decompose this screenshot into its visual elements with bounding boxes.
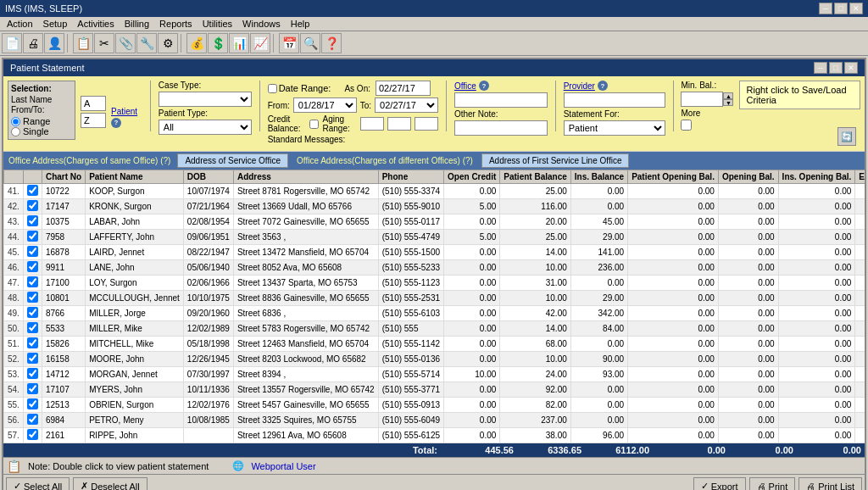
min-bal-input[interactable]: 10.00: [681, 92, 723, 107]
dialog-minimize-button[interactable]: ─: [814, 62, 827, 74]
row-checkbox-cell[interactable]: [23, 413, 42, 428]
toolbar-btn-15[interactable]: ❓: [321, 33, 342, 53]
menu-windows[interactable]: Windows: [237, 17, 286, 31]
col-chart[interactable]: Chart No: [42, 170, 85, 184]
range-radio[interactable]: Range: [11, 116, 50, 126]
dialog-close-button[interactable]: ✕: [844, 62, 858, 74]
provider-label[interactable]: Provider: [564, 81, 595, 91]
toolbar-btn-7[interactable]: 🔧: [136, 33, 157, 53]
row-checkbox[interactable]: [27, 307, 38, 318]
row-checkbox[interactable]: [27, 353, 38, 364]
case-type-select[interactable]: [159, 92, 252, 107]
toolbar-btn-8[interactable]: ⚙: [158, 33, 178, 53]
other-note-input[interactable]: [454, 120, 548, 136]
close-button[interactable]: ✕: [849, 3, 863, 14]
single-radio[interactable]: Single: [11, 126, 49, 136]
row-checkbox[interactable]: [27, 414, 38, 425]
row-checkbox[interactable]: [27, 231, 38, 242]
row-checkbox-cell[interactable]: [23, 398, 42, 413]
min-bal-up[interactable]: ▲: [723, 92, 733, 99]
table-row[interactable]: 41. 10722 KOOP, Surgon 10/07/1974 Street…: [4, 184, 865, 199]
row-checkbox[interactable]: [27, 322, 38, 333]
table-row[interactable]: 49. 8766 MILLER, Jorge 09/20/1960 Street…: [4, 306, 865, 321]
row-checkbox[interactable]: [27, 368, 38, 379]
refresh-button[interactable]: 🔄: [837, 127, 856, 146]
table-row[interactable]: 43. 10375 LABAR, John 02/08/1954 Street …: [4, 214, 865, 230]
toolbar-btn-14[interactable]: 🔍: [300, 33, 320, 53]
toolbar-btn-10[interactable]: 💲: [208, 33, 228, 53]
deselect-all-button[interactable]: ✗ Deselect All: [73, 477, 147, 491]
row-checkbox[interactable]: [27, 215, 38, 226]
row-checkbox-cell[interactable]: [23, 245, 42, 260]
minimize-button[interactable]: ─: [819, 3, 832, 14]
col-opening-bal[interactable]: Opening Bal.: [718, 170, 778, 184]
menu-help[interactable]: Help: [286, 17, 315, 31]
col-patient-opening-bal[interactable]: Patient Opening Bal.: [628, 170, 719, 184]
aging-90-input[interactable]: 90: [415, 117, 438, 131]
row-checkbox[interactable]: [27, 261, 38, 272]
col-dob[interactable]: DOB: [183, 170, 233, 184]
row-checkbox[interactable]: [27, 185, 38, 196]
print-list-button[interactable]: 🖨 Print List: [798, 477, 862, 491]
office-input[interactable]: All: [454, 92, 548, 108]
table-row[interactable]: 46. 9911 LANE, John 05/06/1940 Street 80…: [4, 260, 865, 276]
patient-label[interactable]: Patient: [111, 107, 137, 116]
toolbar-btn-2[interactable]: 🖨: [23, 33, 43, 53]
table-row[interactable]: 45. 16878 LAIRD, Jennet 08/22/1947 Stree…: [4, 245, 865, 260]
row-checkbox-cell[interactable]: [23, 382, 42, 398]
menu-activities[interactable]: Activities: [72, 17, 119, 31]
min-bal-spinner[interactable]: ▲ ▼: [723, 92, 733, 106]
date-range-checkbox[interactable]: Date Range:: [268, 83, 331, 93]
menu-action[interactable]: Action: [2, 17, 38, 31]
toolbar-btn-12[interactable]: 📈: [250, 33, 270, 53]
dialog-maximize-button[interactable]: □: [829, 62, 843, 74]
row-checkbox[interactable]: [27, 398, 38, 409]
table-row[interactable]: 51. 15826 MITCHELL, Mike 05/18/1998 Stre…: [4, 337, 865, 352]
table-row[interactable]: 53. 14712 MORGAN, Jennet 07/30/1997 Stre…: [4, 367, 865, 382]
col-address[interactable]: Address: [233, 170, 378, 184]
table-row[interactable]: 47. 17100 LOY, Surgon 02/06/1966 Street …: [4, 276, 865, 291]
row-checkbox-cell[interactable]: [23, 352, 42, 367]
to-date-select[interactable]: 02/27/17: [375, 97, 438, 113]
toolbar-btn-9[interactable]: 💰: [186, 33, 207, 53]
address-service-office-tab[interactable]: Address of Service Office: [177, 153, 288, 168]
provider-input[interactable]: All: [564, 92, 665, 108]
row-checkbox[interactable]: [27, 200, 38, 211]
webportal-user[interactable]: Webportal User: [251, 461, 315, 471]
table-row[interactable]: 55. 12513 OBRIEN, Surgon 12/02/1976 Stre…: [4, 398, 865, 413]
toolbar-btn-13[interactable]: 📅: [279, 33, 299, 53]
credit-balance-checkbox[interactable]: [309, 120, 319, 129]
toolbar-btn-3[interactable]: 👤: [44, 33, 64, 53]
menu-billing[interactable]: Billing: [120, 17, 154, 31]
menu-reports[interactable]: Reports: [154, 17, 198, 31]
col-patient-name[interactable]: Patient Name: [86, 170, 184, 184]
row-checkbox[interactable]: [27, 337, 38, 348]
table-row[interactable]: 56. 6984 PETRO, Meny 10/08/1985 Street 3…: [4, 413, 865, 428]
maximize-button[interactable]: □: [834, 3, 848, 14]
row-checkbox-cell[interactable]: [23, 367, 42, 382]
provider-help-icon[interactable]: ?: [598, 81, 608, 91]
row-checkbox-cell[interactable]: [23, 260, 42, 276]
from-input[interactable]: [81, 96, 106, 111]
row-checkbox-cell[interactable]: [23, 321, 42, 337]
min-bal-down[interactable]: ▼: [723, 99, 733, 106]
row-checkbox-cell[interactable]: [23, 337, 42, 352]
table-row[interactable]: 57. 2161 RIPPE, John Street 12961 Ava, M…: [4, 428, 865, 443]
office-label[interactable]: Office: [454, 81, 476, 91]
row-checkbox-cell[interactable]: [23, 306, 42, 321]
toolbar-btn-5[interactable]: ✂: [94, 33, 114, 53]
menu-setup[interactable]: Setup: [38, 17, 73, 31]
toolbar-btn-6[interactable]: 📎: [115, 33, 136, 53]
row-checkbox-cell[interactable]: [23, 230, 42, 245]
toolbar-btn-1[interactable]: 📄: [2, 33, 22, 53]
from-date-select[interactable]: 01/28/17: [293, 97, 357, 113]
row-checkbox-cell[interactable]: [23, 214, 42, 230]
col-phone[interactable]: Phone: [378, 170, 443, 184]
patient-type-select[interactable]: All: [159, 120, 252, 135]
aging-30-input[interactable]: 30: [360, 117, 384, 131]
row-checkbox[interactable]: [27, 383, 38, 394]
col-open-credit[interactable]: Open Credit: [444, 170, 500, 184]
row-checkbox[interactable]: [27, 246, 38, 257]
patient-help-icon[interactable]: ?: [111, 118, 121, 128]
office-help-icon[interactable]: ?: [479, 81, 489, 91]
